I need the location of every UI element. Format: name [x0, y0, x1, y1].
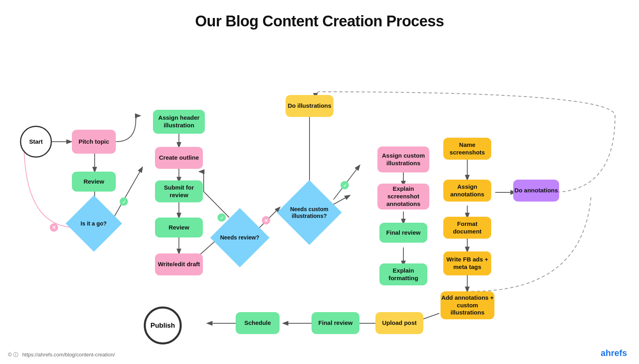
- do-annotations-label: Do annotations: [514, 187, 558, 194]
- svg-text:✓: ✓: [220, 216, 224, 220]
- svg-line-5: [113, 168, 142, 220]
- svg-text:✓: ✓: [343, 183, 347, 188]
- start-node: Start: [20, 126, 52, 158]
- publish-node: Publish: [144, 307, 182, 344]
- page-title: Our Blog Content Creation Process: [0, 0, 639, 30]
- do-illustrations-node: Do illustrations: [286, 95, 333, 117]
- schedule-label: Schedule: [244, 319, 271, 327]
- final-review1-label: Final review: [386, 229, 421, 237]
- final-review2-label: Final review: [318, 319, 353, 327]
- assign-header-label: Assign header illustration: [153, 114, 205, 129]
- svg-line-19: [333, 166, 359, 200]
- needs-custom-node: Needs custom illustrations?: [277, 180, 342, 245]
- explain-formatting-node: Explain formatting: [379, 263, 427, 285]
- create-outline-label: Create outline: [159, 154, 199, 162]
- svg-point-16: [262, 216, 270, 224]
- review1-label: Review: [83, 178, 104, 186]
- needs-review-label: Needs review?: [220, 234, 259, 241]
- review1-node: Review: [72, 172, 116, 192]
- svg-text:✕: ✕: [264, 218, 268, 224]
- format-document-label: Format document: [443, 220, 491, 235]
- name-screenshots-node: Name screenshots: [443, 138, 491, 160]
- write-fb-label: Write FB ads + meta tags: [443, 256, 491, 271]
- write-edit-label: Write/edit draft: [158, 261, 200, 268]
- svg-point-20: [341, 181, 349, 189]
- svg-point-3: [50, 224, 58, 231]
- create-outline-node: Create outline: [155, 147, 203, 169]
- explain-screenshot-label: Explain screenshot annotations: [377, 185, 429, 208]
- needs-custom-label: Needs custom illustrations?: [286, 206, 332, 220]
- assign-annotations-label: Assign annotations: [443, 183, 491, 198]
- name-screenshots-label: Name screenshots: [443, 141, 491, 156]
- footer-url-text: https://ahrefs.com/blog/content-creation…: [22, 352, 115, 358]
- add-annotations-label: Add annotations + custom illustrations: [441, 294, 494, 317]
- submit-review-label: Submit for review: [155, 184, 203, 199]
- review2-node: Review: [155, 218, 203, 237]
- do-annotations-node: Do annotations: [513, 180, 559, 202]
- footer-brand-text: ahrefs: [601, 348, 627, 358]
- needs-review-node: Needs review?: [210, 208, 269, 267]
- diagram: ✕ ✓ ✓ ✕ ✓ ✕: [0, 36, 639, 363]
- assign-annotations-node: Assign annotations: [443, 180, 491, 202]
- assign-custom-label: Assign custom illustrations: [377, 152, 429, 167]
- assign-custom-node: Assign custom illustrations: [377, 146, 429, 172]
- footer-brand: ahrefs: [601, 348, 627, 358]
- write-fb-node: Write FB ads + meta tags: [443, 251, 491, 275]
- start-label: Start: [29, 138, 43, 146]
- svg-text:✕: ✕: [52, 225, 56, 230]
- write-edit-node: Write/edit draft: [155, 253, 203, 275]
- final-review1-node: Final review: [379, 223, 427, 243]
- submit-review-node: Submit for review: [155, 180, 203, 202]
- is-it-a-go-label: Is it a go?: [81, 220, 107, 227]
- is-it-a-go-node: Is it a go?: [65, 195, 122, 251]
- do-illustrations-label: Do illustrations: [288, 102, 331, 110]
- review2-label: Review: [169, 224, 189, 231]
- assign-header-node: Assign header illustration: [153, 110, 205, 134]
- upload-post-node: Upload post: [375, 312, 423, 334]
- publish-label: Publish: [151, 321, 175, 330]
- svg-point-6: [120, 198, 128, 206]
- final-review2-node: Final review: [312, 312, 359, 334]
- svg-point-13: [218, 214, 226, 222]
- format-document-node: Format document: [443, 217, 491, 239]
- add-annotations-node: Add annotations + custom illustrations: [441, 291, 494, 319]
- upload-post-label: Upload post: [382, 319, 417, 327]
- svg-text:✓: ✓: [122, 200, 126, 204]
- explain-formatting-label: Explain formatting: [379, 267, 427, 282]
- schedule-node: Schedule: [236, 312, 280, 334]
- footer-url: © ⓘ https://ahrefs.com/blog/content-crea…: [8, 351, 115, 358]
- explain-screenshot-node: Explain screenshot annotations: [377, 184, 429, 210]
- pitch-topic-label: Pitch topic: [79, 138, 109, 146]
- pitch-topic-node: Pitch topic: [72, 130, 116, 154]
